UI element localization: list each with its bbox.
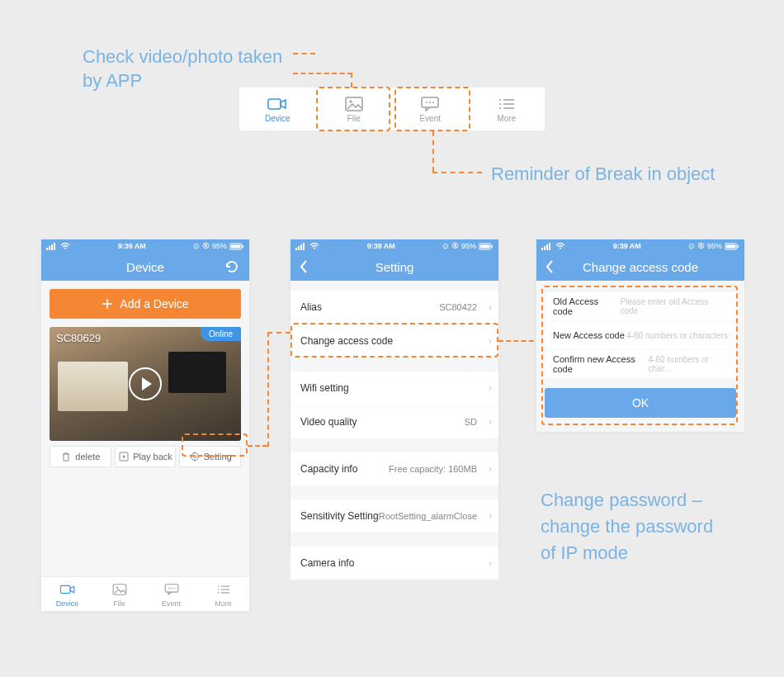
image-icon xyxy=(110,581,130,598)
field-label: New Access code xyxy=(553,330,625,340)
status-bar: 9:39 AM ⊙ ⦿95% xyxy=(536,239,744,253)
tab-label: More xyxy=(215,599,232,608)
field-label: Old Access code xyxy=(553,296,621,316)
chevron-right-icon: › xyxy=(489,301,492,313)
row-value: SD xyxy=(465,417,477,427)
ok-button[interactable]: OK xyxy=(545,388,736,418)
row-label: Change access code xyxy=(300,335,393,347)
row-alias[interactable]: Alias SC80422 › xyxy=(290,291,498,324)
setting-label: Setting xyxy=(204,452,232,462)
gear-icon xyxy=(189,451,201,462)
chevron-right-icon: › xyxy=(489,463,492,475)
row-label: Video quality xyxy=(300,416,357,428)
nav-bar: Device xyxy=(41,253,249,281)
tab-more[interactable]: More xyxy=(469,88,545,130)
camera-icon xyxy=(58,581,78,598)
row-sensitivity[interactable]: Sensitivity Setting RootSetting_alarmClo… xyxy=(290,499,498,533)
anno-line: change the password xyxy=(541,516,713,537)
screen-device-list: 9:39 AM ⊙ ⦿95% Device Add a Device SC806… xyxy=(41,239,249,611)
svg-rect-48 xyxy=(492,245,494,248)
tab-label: File xyxy=(113,599,125,608)
tab-device[interactable]: Device xyxy=(41,577,93,611)
tab-event[interactable]: Event xyxy=(145,577,197,611)
chevron-right-icon: › xyxy=(489,335,492,347)
camera-icon xyxy=(267,96,287,112)
row-capacity[interactable]: Capacity info Free capacity: 160MB › xyxy=(290,452,498,485)
svg-rect-43 xyxy=(298,246,300,250)
add-device-button[interactable]: Add a Device xyxy=(50,289,241,319)
bottom-tab-bar: Device File Event More xyxy=(41,576,249,611)
field-placeholder: Please enter old Access code xyxy=(621,297,729,315)
row-label: Alias xyxy=(300,301,322,313)
svg-point-23 xyxy=(191,453,198,461)
back-icon[interactable] xyxy=(299,259,309,274)
svg-rect-49 xyxy=(541,248,543,250)
svg-point-40 xyxy=(218,592,220,594)
svg-rect-47 xyxy=(480,244,490,248)
tab-label: Device xyxy=(265,114,290,123)
tab-label: Event xyxy=(419,114,441,123)
tab-label: More xyxy=(497,114,516,123)
new-access-field[interactable]: New Access code 4-60 numbers or characte… xyxy=(545,321,736,349)
settings-list: Alias SC80422 › Change access code › Wif… xyxy=(290,281,498,580)
play-icon[interactable] xyxy=(129,367,162,400)
svg-rect-29 xyxy=(60,585,70,593)
old-access-field[interactable]: Old Access code Please enter old Access … xyxy=(545,292,736,320)
status-time: 9:39 AM xyxy=(118,242,146,250)
svg-rect-18 xyxy=(231,244,241,248)
svg-rect-42 xyxy=(295,248,297,250)
camera-thumbnail[interactable]: SC80629 Online xyxy=(50,327,241,441)
delete-button[interactable]: delete xyxy=(50,446,111,467)
add-device-label: Add a Device xyxy=(120,297,188,310)
tab-label: Event xyxy=(162,599,181,608)
screen-change-access: 9:39 AM ⊙ ⦿95% Change access code Old Ac… xyxy=(536,239,744,432)
row-camera-info[interactable]: Camera info › xyxy=(290,547,498,580)
camera-actions: delete Play back Setting xyxy=(50,446,241,467)
svg-point-24 xyxy=(193,456,196,458)
svg-point-2 xyxy=(349,100,352,102)
row-video-quality[interactable]: Video quality SD › xyxy=(290,405,498,438)
top-tab-bar: Device File Event More xyxy=(239,88,545,130)
annotation-reminder: Reminder of Break in object xyxy=(491,163,715,185)
list-icon xyxy=(214,581,234,598)
status-right: ⊙ ⦿95% xyxy=(688,242,739,250)
svg-point-35 xyxy=(173,587,175,589)
row-value: SC80422 xyxy=(439,302,477,312)
svg-rect-13 xyxy=(46,248,48,250)
field-placeholder: 4-60 numbers or char… xyxy=(649,355,728,373)
anno-line: of IP mode xyxy=(541,542,628,563)
confirm-access-field[interactable]: Confirm new Access code 4-60 numbers or … xyxy=(545,350,736,378)
chevron-right-icon: › xyxy=(489,510,492,522)
signal-icons xyxy=(46,243,70,250)
row-label: Capacity info xyxy=(300,463,357,475)
tab-file[interactable]: File xyxy=(93,577,145,611)
svg-point-9 xyxy=(499,103,501,105)
nav-title: Device xyxy=(126,260,164,274)
plus-icon xyxy=(102,298,113,310)
row-change-access[interactable]: Change access code › xyxy=(290,324,498,357)
tab-event[interactable]: Event xyxy=(392,88,469,130)
svg-rect-19 xyxy=(243,245,244,248)
annotation-line2: by APP xyxy=(83,70,142,91)
row-label: Camera info xyxy=(300,557,354,569)
tab-file[interactable]: File xyxy=(316,88,393,130)
row-wifi[interactable]: Wifi setting › xyxy=(290,372,498,405)
svg-point-36 xyxy=(218,585,220,587)
list-icon xyxy=(497,96,517,112)
refresh-icon[interactable] xyxy=(224,259,239,274)
tab-more[interactable]: More xyxy=(197,577,249,611)
chat-icon xyxy=(162,581,182,598)
svg-rect-52 xyxy=(549,243,550,250)
svg-rect-16 xyxy=(54,243,55,250)
playback-button[interactable]: Play back xyxy=(115,446,177,467)
back-icon[interactable] xyxy=(545,259,555,274)
row-value: Free capacity: 160MB xyxy=(389,464,477,474)
nav-bar: Change access code xyxy=(536,253,744,281)
setting-button[interactable]: Setting xyxy=(179,446,241,467)
nav-title: Change access code xyxy=(583,260,698,274)
tab-device[interactable]: Device xyxy=(239,88,316,130)
svg-point-33 xyxy=(168,587,170,589)
svg-rect-51 xyxy=(546,244,548,250)
status-bar: 9:39 AM ⊙ ⦿95% xyxy=(290,239,498,253)
annotation-check-video: Check video/photo taken by APP xyxy=(83,45,282,92)
